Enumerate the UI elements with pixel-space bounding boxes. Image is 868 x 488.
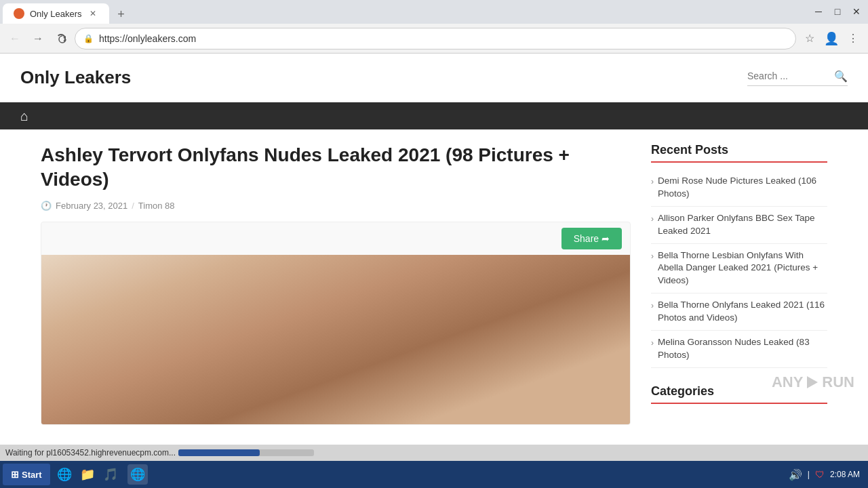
site-navigation: ⌂ xyxy=(0,102,868,129)
progress-bar xyxy=(178,449,314,456)
taskbar-quick-launch: 🌐 📁 🎵 xyxy=(52,464,123,485)
recent-post-link-3[interactable]: › Bella Thorne Lesbian Onlyfans With Abe… xyxy=(651,249,827,288)
tab-favicon xyxy=(14,8,24,19)
taskbar-media-icon[interactable]: 🎵 xyxy=(100,464,121,485)
list-item: › Melina Goransson Nudes Leaked (83 Phot… xyxy=(651,331,827,368)
taskbar-chrome-icon[interactable]: 🌐 xyxy=(127,464,148,485)
status-text: Waiting for pl16053452.highrevenuecpm.co… xyxy=(5,448,176,458)
forward-icon: → xyxy=(33,33,43,45)
arrow-icon: › xyxy=(651,176,654,188)
lock-icon: 🔒 xyxy=(83,34,94,43)
start-label: Start xyxy=(22,470,42,480)
recent-post-link-1[interactable]: › Demi Rose Nude Pictures Leaked (106 Ph… xyxy=(651,175,827,201)
article-date: February 23, 2021 xyxy=(56,201,127,211)
article-image xyxy=(41,255,630,424)
search-box: 🔍 xyxy=(747,70,848,86)
close-button[interactable]: ✕ xyxy=(848,3,865,20)
recent-post-title-4: Bella Thorne Onlyfans Leaked 2021 (116 P… xyxy=(658,299,827,325)
address-bar[interactable]: 🔒 https://onlyleakers.com xyxy=(75,28,796,49)
recent-post-link-4[interactable]: › Bella Thorne Onlyfans Leaked 2021 (116… xyxy=(651,299,827,325)
recent-posts-section: Recent Posts › Demi Rose Nude Pictures L… xyxy=(651,143,827,368)
taskbar: ⊞ Start 🌐 📁 🎵 🌐 🔊 | 🛡 2:08 AM xyxy=(0,461,868,488)
arrow-icon: › xyxy=(651,251,654,262)
article-title: Ashley Tervort Onlyfans Nudes Leaked 202… xyxy=(41,143,631,192)
progress-bar-fill xyxy=(178,449,260,456)
search-input[interactable] xyxy=(747,70,829,81)
recent-post-link-5[interactable]: › Melina Goransson Nudes Leaked (83 Phot… xyxy=(651,336,827,362)
reload-icon xyxy=(56,34,66,43)
taskbar-system-tray: 🔊 | 🛡 2:08 AM xyxy=(789,468,865,481)
article-content: Ashley Tervort Onlyfans Nudes Leaked 202… xyxy=(41,143,631,425)
shield-icon: 🛡 xyxy=(815,469,825,480)
start-button[interactable]: ⊞ Start xyxy=(3,464,50,485)
forward-button[interactable]: → xyxy=(28,29,47,48)
article-meta: 🕐 February 23, 2021 / Timon 88 xyxy=(41,201,631,211)
list-item: › Bella Thorne Lesbian Onlyfans With Abe… xyxy=(651,244,827,294)
minimize-button[interactable]: ─ xyxy=(810,3,827,20)
list-item: › Bella Thorne Onlyfans Leaked 2021 (116… xyxy=(651,293,827,331)
tab-title: Only Leakers xyxy=(30,9,82,19)
recent-post-title-3: Bella Thorne Lesbian Onlyfans With Abell… xyxy=(658,249,827,288)
star-icon: ☆ xyxy=(805,32,814,45)
nav-home-link[interactable]: ⌂ xyxy=(14,108,35,124)
speaker-icon[interactable]: 🔊 xyxy=(789,468,802,481)
categories-heading: Categories xyxy=(651,384,827,404)
menu-icon: ⋮ xyxy=(848,32,859,45)
meta-separator: / xyxy=(132,201,134,211)
arrow-icon: › xyxy=(651,338,654,349)
arrow-icon: › xyxy=(651,214,654,225)
list-item: › Allison Parker Onlyfans BBC Sex Tape L… xyxy=(651,207,827,244)
recent-posts-list: › Demi Rose Nude Pictures Leaked (106 Ph… xyxy=(651,169,827,368)
new-tab-button[interactable]: + xyxy=(112,5,131,24)
browser-tab[interactable]: Only Leakers ✕ xyxy=(3,3,109,24)
taskbar-folder-icon[interactable]: 📁 xyxy=(77,464,98,485)
url-text: https://onlyleakers.com xyxy=(99,33,787,44)
recent-post-title-2: Allison Parker Onlyfans BBC Sex Tape Lea… xyxy=(658,212,827,238)
menu-button[interactable]: ⋮ xyxy=(844,29,863,48)
svg-marker-0 xyxy=(63,36,66,39)
site-header: Only Leakers 🔍 xyxy=(0,54,868,102)
arrow-icon: › xyxy=(651,300,654,312)
site-logo[interactable]: Only Leakers xyxy=(20,67,131,88)
recent-post-title-5: Melina Goransson Nudes Leaked (83 Photos… xyxy=(658,336,827,362)
article-image-container: Share ➦ xyxy=(41,222,631,425)
recent-post-title-1: Demi Rose Nude Pictures Leaked (106 Phot… xyxy=(658,175,827,201)
windows-icon: ⊞ xyxy=(11,469,19,480)
profile-icon: 👤 xyxy=(824,31,839,46)
recent-post-link-2[interactable]: › Allison Parker Onlyfans BBC Sex Tape L… xyxy=(651,212,827,238)
list-item: › Demi Rose Nude Pictures Leaked (106 Ph… xyxy=(651,169,827,207)
share-button[interactable]: Share ➦ xyxy=(561,228,622,249)
clock: 2:08 AM xyxy=(830,470,860,479)
tab-close-button[interactable]: ✕ xyxy=(87,8,98,19)
share-bar: Share ➦ xyxy=(41,222,630,255)
categories-section: Categories xyxy=(651,384,827,404)
taskbar-separator: | xyxy=(808,470,810,479)
status-bar: Waiting for pl16053452.highrevenuecpm.co… xyxy=(0,445,868,461)
back-button[interactable]: ← xyxy=(5,29,24,48)
taskbar-ie-icon[interactable]: 🌐 xyxy=(54,464,75,485)
reload-button[interactable] xyxy=(52,29,71,48)
back-icon: ← xyxy=(9,33,20,45)
article-author: Timon 88 xyxy=(138,201,175,211)
sidebar: Recent Posts › Demi Rose Nude Pictures L… xyxy=(651,143,827,425)
maximize-button[interactable]: □ xyxy=(829,3,846,20)
recent-posts-heading: Recent Posts xyxy=(651,143,827,163)
bookmark-button[interactable]: ☆ xyxy=(800,29,819,48)
clock-icon: 🕐 xyxy=(41,201,52,211)
search-icon[interactable]: 🔍 xyxy=(834,70,848,83)
profile-button[interactable]: 👤 xyxy=(822,29,841,48)
home-icon: ⌂ xyxy=(20,108,28,123)
